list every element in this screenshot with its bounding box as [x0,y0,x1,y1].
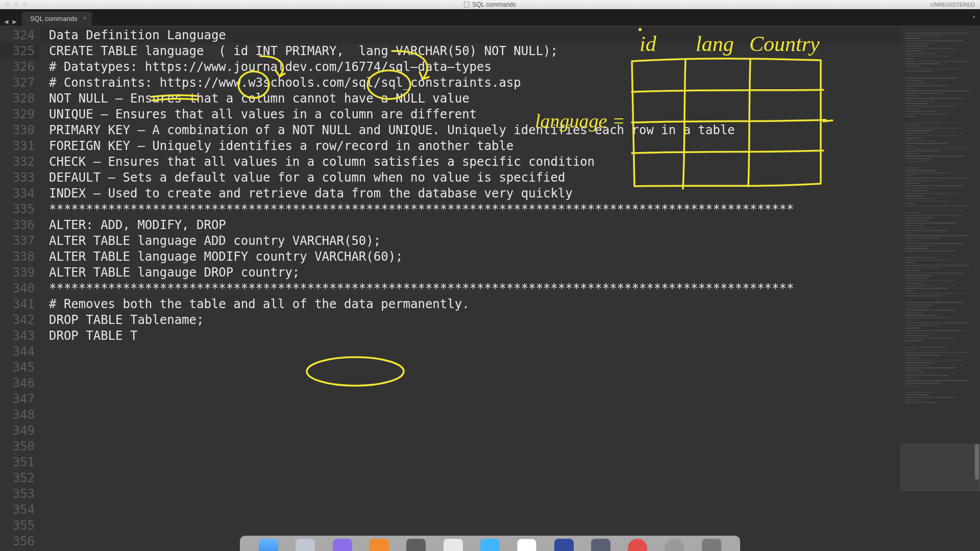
line-number: 352 [0,470,40,486]
code-line[interactable]: ALTER: ADD, MODIFY, DROP [40,217,901,233]
code-line[interactable]: DEFAULT – Sets a default value for a col… [40,170,901,186]
line-number: 337 [0,233,40,249]
code-editor[interactable]: Data Definition LanguageCREATE TABLE lan… [40,26,901,551]
tab-label: SQL commands [30,15,78,22]
line-number: 356 [0,534,40,549]
line-number: 324 [0,28,40,43]
dock-app-icon[interactable] [370,539,389,551]
dock-finder-icon[interactable] [259,539,278,551]
dock-app-icon[interactable] [554,539,574,551]
traffic-lights[interactable] [4,2,28,7]
minimap-scrollbar[interactable] [975,444,979,480]
line-number: 349 [0,423,40,439]
dock-app-icon[interactable] [333,539,352,551]
line-number: 346 [0,375,40,391]
code-line[interactable]: CHECK – Ensures that all values in a col… [40,154,901,170]
code-line[interactable]: ALTER TABLE langauge DROP country; [40,265,901,281]
code-line[interactable]: DROP TABLE Tablename; [40,312,901,328]
nav-back-icon[interactable]: ◀ [2,17,10,26]
line-number: 343 [0,328,40,344]
line-number: 334 [0,186,40,202]
code-line[interactable]: Data Definition Language [40,28,901,43]
line-number-gutter: 3243253263273283293303313323333343353363… [0,26,40,551]
line-number: 354 [0,502,40,518]
code-line[interactable]: CREATE TABLE language ( id INT PRIMARY, … [40,43,901,59]
dock-app-icon[interactable] [665,539,684,551]
line-number: 345 [0,360,40,375]
maximize-icon[interactable] [22,2,28,7]
window-title: SQL commands [472,1,516,8]
line-number: 333 [0,170,40,186]
code-line[interactable]: # Removes both the table and all of the … [40,296,901,312]
code-line[interactable]: ****************************************… [40,202,901,217]
dock-app-icon[interactable] [628,539,647,551]
line-number: 332 [0,154,40,170]
line-number: 351 [0,455,40,470]
dock-app-icon[interactable] [406,539,426,551]
minimap[interactable] [901,26,980,551]
line-number: 344 [0,344,40,360]
close-icon[interactable] [4,2,10,7]
dock-app-icon[interactable] [480,539,500,551]
dock-app-icon[interactable] [517,539,536,551]
line-number: 338 [0,249,40,265]
line-number: 353 [0,486,40,502]
code-line[interactable]: DROP TABLE T [40,328,901,344]
line-number: 341 [0,296,40,312]
code-line[interactable]: FOREIGN KEY – Uniquely identifies a row/… [40,138,901,154]
macos-dock[interactable] [240,536,740,551]
line-number: 350 [0,439,40,455]
line-number: 329 [0,107,40,122]
code-line[interactable]: ALTER TABLE language MODIFY country VARC… [40,249,901,265]
dock-app-icon[interactable] [444,539,463,551]
dock-app-icon[interactable] [591,539,610,551]
code-line[interactable]: INDEX – Used to create and retrieve data… [40,186,901,202]
line-number: 342 [0,312,40,328]
tab-overflow-icon[interactable]: ▾ [972,13,976,20]
line-number: 336 [0,217,40,233]
line-number: 340 [0,281,40,296]
line-number: 355 [0,518,40,534]
tab-sql-commands[interactable]: SQL commands × [22,12,92,26]
line-number: 325 [0,43,40,59]
line-number: 330 [0,122,40,138]
nav-forward-icon[interactable]: ▶ [10,17,18,26]
code-line[interactable]: # Constraints: https://www.w3schools.com… [40,75,901,91]
minimize-icon[interactable] [13,2,19,7]
code-line[interactable]: # Datatypes: https://www.journaldev.com/… [40,59,901,75]
minimap-viewport[interactable] [901,444,980,491]
code-line[interactable]: PRIMARY KEY – A combination of a NOT NUL… [40,122,901,138]
close-tab-icon[interactable]: × [83,15,87,22]
tab-bar: ◀ ▶ SQL commands × ▾ [0,9,980,26]
line-number: 327 [0,75,40,91]
line-number: 348 [0,407,40,423]
code-line[interactable]: UNIQUE – Ensures that all values in a co… [40,107,901,122]
line-number: 328 [0,91,40,107]
line-number: 347 [0,391,40,407]
line-number: 339 [0,265,40,281]
dock-app-icon[interactable] [296,539,315,551]
line-number: 331 [0,138,40,154]
registration-status: UNREGISTERED [930,2,975,8]
code-line[interactable]: NOT NULL – Ensures that a column cannot … [40,91,901,107]
line-number: 335 [0,202,40,217]
dock-settings-icon[interactable] [702,539,721,551]
code-line[interactable]: ALTER TABLE language ADD country VARCHAR… [40,233,901,249]
window-titlebar: SQL commands UNREGISTERED [0,0,980,9]
code-line[interactable]: ****************************************… [40,281,901,296]
line-number: 326 [0,59,40,75]
document-icon [464,2,469,8]
editor-area: 3243253263273283293303313323333343353363… [0,26,980,551]
